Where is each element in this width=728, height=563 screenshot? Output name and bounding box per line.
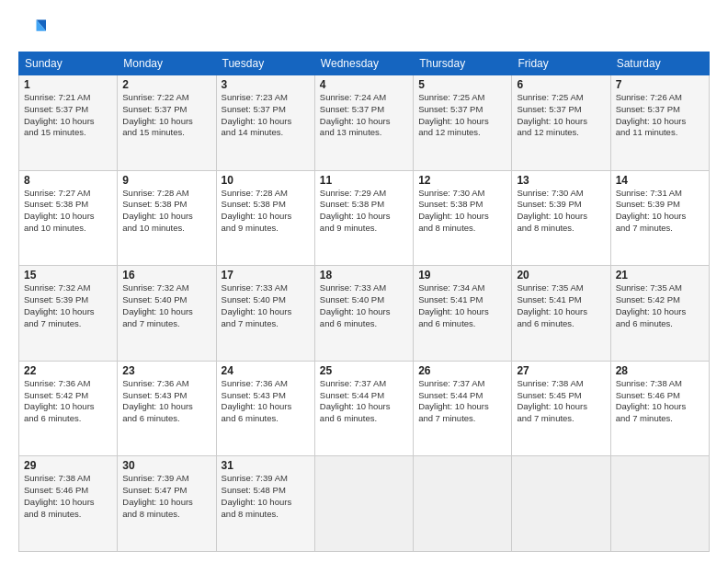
calendar-cell: 30Sunrise: 7:39 AM Sunset: 5:47 PM Dayli… bbox=[118, 456, 216, 552]
calendar-cell: 17Sunrise: 7:33 AM Sunset: 5:40 PM Dayli… bbox=[216, 266, 314, 362]
calendar-cell bbox=[512, 456, 610, 552]
day-number: 8 bbox=[24, 174, 112, 187]
calendar-week-row: 22Sunrise: 7:36 AM Sunset: 5:42 PM Dayli… bbox=[19, 361, 710, 456]
calendar-cell: 16Sunrise: 7:32 AM Sunset: 5:40 PM Dayli… bbox=[118, 266, 216, 362]
day-info: Sunrise: 7:22 AM Sunset: 5:37 PM Dayligh… bbox=[122, 92, 210, 139]
day-info: Sunrise: 7:25 AM Sunset: 5:37 PM Dayligh… bbox=[418, 92, 506, 139]
day-number: 21 bbox=[616, 269, 704, 282]
day-number: 17 bbox=[222, 269, 310, 282]
calendar-cell: 3Sunrise: 7:23 AM Sunset: 5:37 PM Daylig… bbox=[216, 75, 314, 171]
day-info: Sunrise: 7:35 AM Sunset: 5:41 PM Dayligh… bbox=[517, 282, 605, 329]
day-info: Sunrise: 7:21 AM Sunset: 5:37 PM Dayligh… bbox=[24, 92, 112, 139]
day-number: 16 bbox=[122, 269, 210, 282]
calendar-cell: 25Sunrise: 7:37 AM Sunset: 5:44 PM Dayli… bbox=[314, 361, 413, 456]
calendar-cell: 27Sunrise: 7:38 AM Sunset: 5:45 PM Dayli… bbox=[512, 361, 610, 456]
day-number: 1 bbox=[24, 78, 112, 91]
day-info: Sunrise: 7:26 AM Sunset: 5:37 PM Dayligh… bbox=[616, 92, 704, 139]
day-info: Sunrise: 7:32 AM Sunset: 5:39 PM Dayligh… bbox=[24, 282, 112, 329]
weekday-header-saturday: Saturday bbox=[610, 52, 709, 75]
day-info: Sunrise: 7:23 AM Sunset: 5:37 PM Dayligh… bbox=[222, 92, 310, 139]
calendar-cell: 29Sunrise: 7:38 AM Sunset: 5:46 PM Dayli… bbox=[19, 456, 118, 552]
calendar-cell: 5Sunrise: 7:25 AM Sunset: 5:37 PM Daylig… bbox=[414, 75, 512, 171]
day-number: 7 bbox=[616, 78, 704, 91]
calendar-cell: 22Sunrise: 7:36 AM Sunset: 5:42 PM Dayli… bbox=[19, 361, 118, 456]
day-info: Sunrise: 7:38 AM Sunset: 5:46 PM Dayligh… bbox=[616, 378, 704, 425]
day-number: 11 bbox=[320, 174, 408, 187]
calendar-cell: 9Sunrise: 7:28 AM Sunset: 5:38 PM Daylig… bbox=[118, 170, 216, 266]
day-number: 5 bbox=[418, 78, 506, 91]
day-number: 9 bbox=[122, 174, 210, 187]
day-info: Sunrise: 7:37 AM Sunset: 5:44 PM Dayligh… bbox=[418, 378, 506, 425]
calendar-cell bbox=[314, 456, 413, 552]
day-number: 2 bbox=[122, 78, 210, 91]
day-number: 6 bbox=[517, 78, 605, 91]
calendar-week-row: 15Sunrise: 7:32 AM Sunset: 5:39 PM Dayli… bbox=[19, 266, 710, 362]
day-info: Sunrise: 7:30 AM Sunset: 5:38 PM Dayligh… bbox=[418, 188, 506, 235]
day-info: Sunrise: 7:33 AM Sunset: 5:40 PM Dayligh… bbox=[222, 282, 310, 329]
calendar-cell: 15Sunrise: 7:32 AM Sunset: 5:39 PM Dayli… bbox=[19, 266, 118, 362]
logo-icon bbox=[20, 17, 46, 42]
day-info: Sunrise: 7:32 AM Sunset: 5:40 PM Dayligh… bbox=[122, 282, 210, 329]
calendar-cell: 11Sunrise: 7:29 AM Sunset: 5:38 PM Dayli… bbox=[314, 170, 413, 266]
weekday-header-wednesday: Wednesday bbox=[314, 52, 413, 75]
header bbox=[18, 17, 710, 42]
calendar-cell: 6Sunrise: 7:25 AM Sunset: 5:37 PM Daylig… bbox=[512, 75, 610, 171]
calendar-cell: 24Sunrise: 7:36 AM Sunset: 5:43 PM Dayli… bbox=[216, 361, 314, 456]
day-number: 15 bbox=[24, 269, 112, 282]
day-info: Sunrise: 7:27 AM Sunset: 5:38 PM Dayligh… bbox=[24, 188, 112, 235]
calendar-cell: 1Sunrise: 7:21 AM Sunset: 5:37 PM Daylig… bbox=[19, 75, 118, 171]
day-info: Sunrise: 7:36 AM Sunset: 5:43 PM Dayligh… bbox=[122, 378, 210, 425]
day-number: 24 bbox=[222, 364, 310, 377]
calendar-cell: 19Sunrise: 7:34 AM Sunset: 5:41 PM Dayli… bbox=[414, 266, 512, 362]
calendar-cell: 8Sunrise: 7:27 AM Sunset: 5:38 PM Daylig… bbox=[19, 170, 118, 266]
calendar-cell: 2Sunrise: 7:22 AM Sunset: 5:37 PM Daylig… bbox=[118, 75, 216, 171]
day-info: Sunrise: 7:35 AM Sunset: 5:42 PM Dayligh… bbox=[616, 282, 704, 329]
day-info: Sunrise: 7:33 AM Sunset: 5:40 PM Dayligh… bbox=[320, 282, 408, 329]
calendar-cell bbox=[610, 456, 709, 552]
calendar-cell bbox=[414, 456, 512, 552]
weekday-header-monday: Monday bbox=[118, 52, 216, 75]
day-info: Sunrise: 7:25 AM Sunset: 5:37 PM Dayligh… bbox=[517, 92, 605, 139]
day-number: 4 bbox=[320, 78, 408, 91]
day-number: 19 bbox=[418, 269, 506, 282]
day-number: 23 bbox=[122, 364, 210, 377]
calendar-cell: 10Sunrise: 7:28 AM Sunset: 5:38 PM Dayli… bbox=[216, 170, 314, 266]
day-number: 28 bbox=[616, 364, 704, 377]
day-info: Sunrise: 7:38 AM Sunset: 5:46 PM Dayligh… bbox=[24, 473, 112, 520]
day-number: 3 bbox=[222, 78, 310, 91]
calendar-cell: 31Sunrise: 7:39 AM Sunset: 5:48 PM Dayli… bbox=[216, 456, 314, 552]
day-number: 12 bbox=[418, 174, 506, 187]
calendar-cell: 28Sunrise: 7:38 AM Sunset: 5:46 PM Dayli… bbox=[610, 361, 709, 456]
calendar-cell: 12Sunrise: 7:30 AM Sunset: 5:38 PM Dayli… bbox=[414, 170, 512, 266]
weekday-header-sunday: Sunday bbox=[19, 52, 118, 75]
calendar-week-row: 1Sunrise: 7:21 AM Sunset: 5:37 PM Daylig… bbox=[19, 75, 710, 171]
day-info: Sunrise: 7:28 AM Sunset: 5:38 PM Dayligh… bbox=[222, 188, 310, 235]
day-number: 31 bbox=[222, 459, 310, 472]
day-number: 14 bbox=[616, 174, 704, 187]
day-number: 26 bbox=[418, 364, 506, 377]
calendar-cell: 7Sunrise: 7:26 AM Sunset: 5:37 PM Daylig… bbox=[610, 75, 709, 171]
day-number: 30 bbox=[122, 459, 210, 472]
day-number: 10 bbox=[222, 174, 310, 187]
weekday-header-tuesday: Tuesday bbox=[216, 52, 314, 75]
weekday-header-row: SundayMondayTuesdayWednesdayThursdayFrid… bbox=[19, 52, 710, 75]
calendar-cell: 4Sunrise: 7:24 AM Sunset: 5:37 PM Daylig… bbox=[314, 75, 413, 171]
day-info: Sunrise: 7:30 AM Sunset: 5:39 PM Dayligh… bbox=[517, 188, 605, 235]
day-number: 18 bbox=[320, 269, 408, 282]
calendar-cell: 20Sunrise: 7:35 AM Sunset: 5:41 PM Dayli… bbox=[512, 266, 610, 362]
day-number: 25 bbox=[320, 364, 408, 377]
day-info: Sunrise: 7:39 AM Sunset: 5:48 PM Dayligh… bbox=[222, 473, 310, 520]
day-info: Sunrise: 7:31 AM Sunset: 5:39 PM Dayligh… bbox=[616, 188, 704, 235]
day-number: 13 bbox=[517, 174, 605, 187]
day-info: Sunrise: 7:36 AM Sunset: 5:42 PM Dayligh… bbox=[24, 378, 112, 425]
weekday-header-friday: Friday bbox=[512, 52, 610, 75]
day-info: Sunrise: 7:38 AM Sunset: 5:45 PM Dayligh… bbox=[517, 378, 605, 425]
day-number: 29 bbox=[24, 459, 112, 472]
day-info: Sunrise: 7:29 AM Sunset: 5:38 PM Dayligh… bbox=[320, 188, 408, 235]
logo bbox=[18, 17, 46, 42]
calendar-week-row: 8Sunrise: 7:27 AM Sunset: 5:38 PM Daylig… bbox=[19, 170, 710, 266]
day-info: Sunrise: 7:39 AM Sunset: 5:47 PM Dayligh… bbox=[122, 473, 210, 520]
day-number: 27 bbox=[517, 364, 605, 377]
day-info: Sunrise: 7:34 AM Sunset: 5:41 PM Dayligh… bbox=[418, 282, 506, 329]
day-info: Sunrise: 7:36 AM Sunset: 5:43 PM Dayligh… bbox=[222, 378, 310, 425]
